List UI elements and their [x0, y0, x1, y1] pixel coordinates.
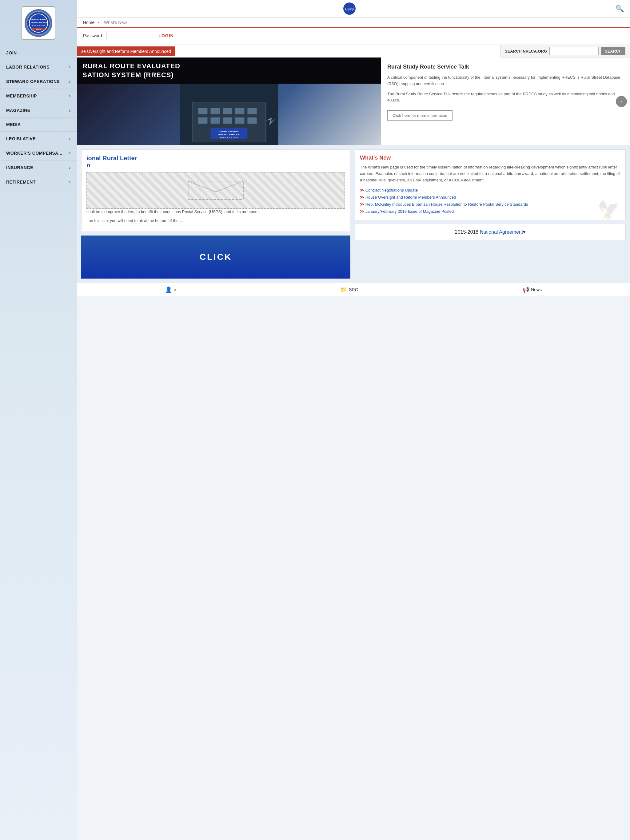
svg-rect-15	[235, 108, 244, 114]
hero-next-button[interactable]: ›	[616, 96, 627, 107]
sidebar-item-insurance[interactable]: INSURANCE ›	[0, 161, 77, 175]
national-agreement-arrow: ▾	[523, 229, 526, 235]
hero-image-area: RURAL ROUTE EVALUATED SATION SYSTEM (RRE…	[77, 57, 381, 145]
nrlca-image	[86, 172, 345, 209]
national-agreement-prefix: 2015-2018	[455, 229, 480, 235]
ticker-text: se Oversight and Reform Members Announce…	[81, 49, 171, 54]
click-image[interactable]: CLICK	[81, 235, 350, 279]
chevron-down-icon: ›	[69, 79, 71, 84]
whats-new-description: The What's New page is used for the time…	[360, 164, 621, 183]
click-text: CLICK	[199, 252, 232, 262]
news-link-2[interactable]: House Oversight and Reform Members Annou…	[366, 195, 456, 199]
svg-text:UNITED STATES: UNITED STATES	[219, 130, 239, 133]
breadcrumb-separator: •	[98, 20, 99, 25]
sidebar-item-magazine[interactable]: MAGAZINE ›	[0, 103, 77, 118]
nrlca-para2: t on this site, you will need to nk at t…	[86, 218, 345, 224]
news-link-1[interactable]: Contract Negotiations Update	[366, 188, 418, 193]
svg-line-28	[188, 181, 216, 192]
hero-side-title: Rural Study Route Service Talk	[387, 64, 624, 70]
whats-new-title: What's New	[360, 155, 621, 161]
hero-image: UNITED STATES POSTAL SERVICE HEADQUARTER…	[77, 84, 381, 145]
ticker-row: se Oversight and Reform Members Announce…	[77, 45, 630, 57]
national-agreement-link[interactable]: National Agreement	[480, 229, 523, 235]
sidebar-item-join[interactable]: JOIN	[0, 46, 77, 60]
svg-rect-19	[223, 117, 232, 123]
folder-icon: 📁	[340, 286, 347, 293]
chevron-down-icon: ›	[69, 179, 71, 185]
sidebar-item-media[interactable]: MEDIA	[0, 118, 77, 132]
main-content: USPS 🔍 Home • What's New Password: LOGIN…	[77, 0, 630, 840]
list-item: House Oversight and Reform Members Annou…	[360, 194, 621, 201]
hero-title-line1: RURAL ROUTE EVALUATED	[82, 62, 375, 71]
sidebar-item-insurance-label: INSURANCE	[6, 165, 33, 170]
news-link-3[interactable]: Rep. McKinley Introduces Bipartisan Hous…	[366, 202, 528, 207]
content-left: ional Rural Letter n shall be to improve…	[81, 149, 353, 279]
sidebar-item-legislative-label: LEGISLATIVE	[6, 136, 36, 141]
search-input[interactable]	[549, 47, 598, 55]
sidebar-item-join-label: JOIN	[6, 51, 17, 55]
svg-line-29	[216, 181, 244, 192]
topbar-search-icon[interactable]: 🔍	[616, 5, 624, 13]
nrlca-box: ional Rural Letter n shall be to improve…	[81, 149, 350, 232]
chevron-down-icon: ›	[69, 93, 71, 99]
breadcrumb-home[interactable]: Home	[83, 20, 95, 25]
search-label: SEARCH NRLCA.ORG	[505, 49, 547, 54]
eagle-decoration: 🦅	[597, 199, 621, 221]
chevron-down-icon: ›	[69, 165, 71, 171]
login-section: Password: LOGIN	[77, 28, 630, 45]
sidebar-item-steward[interactable]: STEWARD OPERATIONS ›	[0, 74, 77, 89]
breadcrumb-current: What's New	[104, 20, 127, 25]
sidebar-item-workers[interactable]: WORKER'S COMPENSA... ›	[0, 146, 77, 161]
list-item: Rep. McKinley Introduces Bipartisan Hous…	[360, 201, 621, 208]
whats-new-title-prefix: What's	[360, 155, 379, 161]
sidebar-item-labor[interactable]: LABOR RELATIONS ›	[0, 60, 77, 74]
sidebar-item-membership[interactable]: MEMBERSHIP ›	[0, 89, 77, 103]
svg-rect-17	[198, 117, 207, 123]
hero-title: RURAL ROUTE EVALUATED SATION SYSTEM (RRE…	[77, 57, 381, 84]
bottom-item-news[interactable]: 📢 News	[522, 286, 542, 293]
chevron-down-icon: ›	[69, 107, 71, 113]
sidebar-logo: NATIONAL RURAL LETTER CARRIERS' ASSOCIAT…	[22, 6, 55, 40]
headline-ticker: se Oversight and Reform Members Announce…	[77, 46, 175, 56]
svg-text:ASSOCIATION: ASSOCIATION	[32, 25, 44, 27]
nrlca-title-line1: ional Rural Letter	[86, 155, 137, 161]
svg-text:NRLCA: NRLCA	[36, 28, 41, 30]
svg-rect-18	[211, 117, 220, 123]
sidebar-item-retirement-label: RETIREMENT	[6, 180, 36, 185]
user-icon: 👤	[165, 286, 172, 293]
national-agreement-text: 2015-2018 National Agreement▾	[360, 229, 621, 235]
news-link-4[interactable]: January/February 2019 Issue of Magazine …	[366, 209, 454, 214]
whats-new-title-highlight: New	[379, 155, 391, 161]
topbar-logo: USPS	[343, 2, 356, 15]
topbar: USPS 🔍	[77, 0, 630, 17]
svg-rect-20	[235, 117, 244, 123]
svg-rect-21	[247, 117, 256, 123]
chevron-down-icon: ›	[69, 64, 71, 70]
bottom-item-profile[interactable]: 👤 e	[165, 286, 176, 293]
more-info-button[interactable]: Click here for more information	[387, 111, 453, 120]
password-label: Password:	[83, 33, 103, 38]
sidebar-item-magazine-label: MAGAZINE	[6, 108, 30, 113]
bottom-bar: 👤 e 📁 SRG 📢 News	[77, 283, 630, 296]
sidebar-item-retirement[interactable]: RETIREMENT ›	[0, 175, 77, 189]
hero-section: RURAL ROUTE EVALUATED SATION SYSTEM (RRE…	[77, 57, 630, 145]
login-button[interactable]: LOGIN	[158, 33, 174, 38]
nrlca-para1: shall be to improve the iers, to benefit…	[86, 209, 345, 215]
bottom-item-news-label: News	[531, 287, 542, 292]
sidebar-item-membership-label: MEMBERSHIP	[6, 93, 37, 98]
svg-text:USPS: USPS	[345, 8, 354, 11]
svg-text:POSTAL SERVICE: POSTAL SERVICE	[218, 133, 240, 136]
megaphone-icon: 📢	[522, 286, 529, 293]
nrlca-title: ional Rural Letter n	[86, 155, 345, 169]
password-input[interactable]	[106, 31, 155, 40]
hero-side-panel: Rural Study Route Service Talk A critica…	[381, 57, 630, 145]
sidebar-item-legislative[interactable]: LEGISLATIVE ›	[0, 132, 77, 146]
svg-rect-13	[211, 108, 220, 114]
svg-rect-27	[188, 181, 244, 199]
sidebar-item-labor-label: LABOR RELATIONS	[6, 65, 49, 69]
search-button[interactable]: SEARCH	[601, 47, 625, 55]
bottom-item-srg[interactable]: 📁 SRG	[340, 286, 358, 293]
sidebar-item-media-label: MEDIA	[6, 122, 21, 127]
national-agreement-box: 2015-2018 National Agreement▾	[355, 224, 626, 240]
svg-rect-14	[223, 108, 232, 114]
